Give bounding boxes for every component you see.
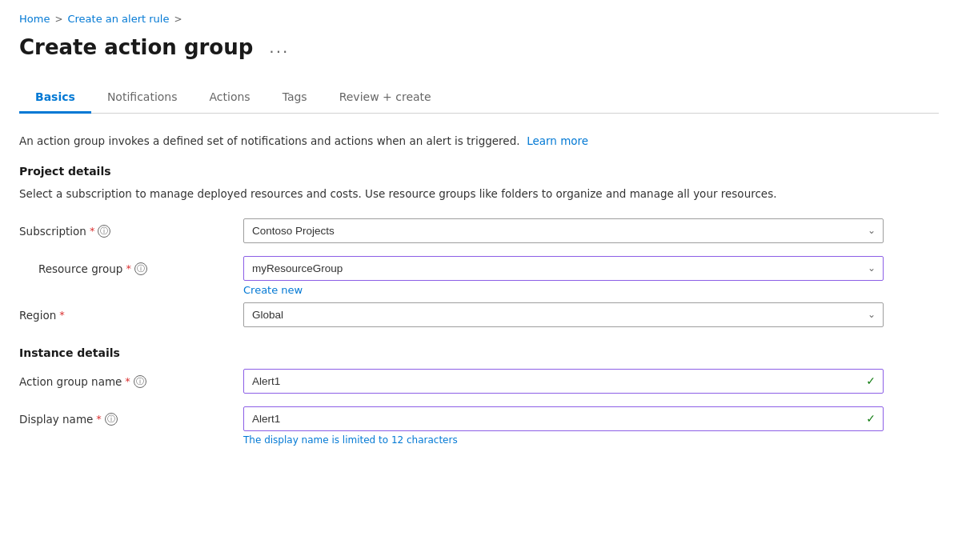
resource-group-dropdown-wrapper: myResourceGroup ⌄	[243, 256, 884, 281]
display-name-input[interactable]	[243, 406, 884, 431]
display-name-row: Display name * ⓘ ✓ The display name is l…	[19, 406, 939, 446]
project-details-title: Project details	[19, 165, 939, 178]
action-group-name-label: Action group name * ⓘ	[19, 375, 146, 388]
learn-more-link[interactable]: Learn more	[527, 134, 588, 147]
action-group-name-required: *	[125, 375, 130, 387]
region-label: Region *	[19, 309, 65, 322]
page-menu-button[interactable]: ...	[263, 34, 295, 60]
region-required: *	[59, 309, 65, 321]
breadcrumb-sep-1: >	[54, 14, 62, 25]
page-title: Create action group	[19, 35, 253, 59]
region-control: Global ⌄	[243, 302, 884, 327]
display-name-control: ✓ The display name is limited to 12 char…	[243, 406, 884, 446]
create-new-link[interactable]: Create new	[243, 284, 303, 296]
tab-basics[interactable]: Basics	[19, 82, 91, 114]
resource-group-dropdown[interactable]: myResourceGroup	[243, 256, 884, 281]
display-name-info-icon[interactable]: ⓘ	[105, 413, 118, 426]
action-group-name-control: ✓	[243, 369, 884, 394]
resource-group-required: *	[126, 262, 131, 274]
tab-actions[interactable]: Actions	[194, 82, 267, 114]
region-dropdown-wrapper: Global ⌄	[243, 302, 884, 327]
subscription-info-icon[interactable]: ⓘ	[98, 225, 110, 238]
instance-details-section: Instance details Action group name * ⓘ ✓	[19, 346, 939, 446]
resource-group-control: myResourceGroup ⌄ Create new	[243, 256, 884, 296]
action-group-name-row: Action group name * ⓘ ✓	[19, 369, 939, 394]
region-row: Region * Global ⌄	[19, 302, 939, 327]
display-name-hint: The display name is limited to 12 charac…	[243, 434, 884, 446]
tab-review-create[interactable]: Review + create	[323, 82, 447, 114]
resource-group-row: Resource group * ⓘ myResourceGroup ⌄ Cre…	[19, 256, 939, 296]
tab-bar: Basics Notifications Actions Tags Review…	[19, 82, 939, 114]
breadcrumb-home[interactable]: Home	[19, 13, 50, 25]
breadcrumb-alert-rule[interactable]: Create an alert rule	[67, 13, 169, 25]
subscription-dropdown[interactable]: Contoso Projects	[243, 218, 884, 243]
breadcrumb-sep-2: >	[174, 14, 182, 25]
subscription-required: *	[90, 225, 95, 237]
subscription-row: Subscription * ⓘ Contoso Projects ⌄	[19, 218, 939, 243]
action-group-name-info-icon[interactable]: ⓘ	[134, 375, 146, 388]
region-dropdown[interactable]: Global	[243, 302, 884, 327]
display-name-required: *	[96, 413, 102, 425]
resource-group-info-icon[interactable]: ⓘ	[134, 262, 147, 275]
display-name-input-wrapper: ✓	[243, 406, 884, 431]
subscription-label: Subscription * ⓘ	[19, 225, 110, 238]
resource-group-label: Resource group * ⓘ	[38, 262, 147, 275]
display-name-label: Display name * ⓘ	[19, 413, 118, 426]
instance-details-title: Instance details	[19, 346, 939, 359]
breadcrumb: Home > Create an alert rule >	[19, 13, 939, 25]
tab-notifications[interactable]: Notifications	[91, 82, 194, 114]
page-header: Create action group ...	[19, 34, 939, 60]
project-details-description: Select a subscription to manage deployed…	[19, 186, 939, 202]
subscription-control: Contoso Projects ⌄	[243, 218, 884, 243]
intro-text: An action group invokes a defined set of…	[19, 133, 939, 149]
subscription-dropdown-wrapper: Contoso Projects ⌄	[243, 218, 884, 243]
action-group-name-input-wrapper: ✓	[243, 369, 884, 394]
action-group-name-input[interactable]	[243, 369, 884, 394]
tab-tags[interactable]: Tags	[267, 82, 323, 114]
project-details-section: Project details Select a subscription to…	[19, 165, 939, 326]
